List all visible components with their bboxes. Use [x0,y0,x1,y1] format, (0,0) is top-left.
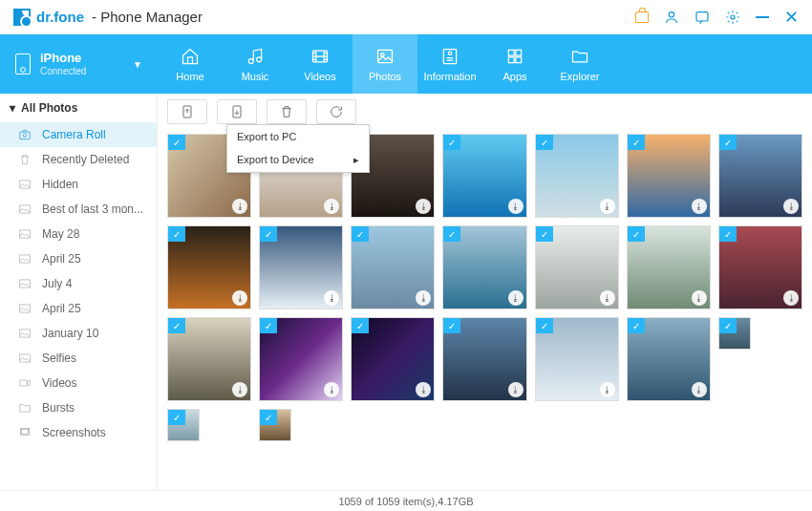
photo-thumb[interactable]: ✓⭳ [535,134,619,218]
photo-icon [17,351,32,365]
sidebar: ▾All Photos Camera Roll Recently Deleted… [0,94,158,490]
check-icon: ✓ [628,135,645,150]
delete-button[interactable] [267,99,307,124]
photo-thumb[interactable]: ✓⭳ [259,225,343,309]
check-icon: ✓ [260,226,277,242]
minimize-button[interactable] [756,16,769,18]
photo-grid[interactable]: ✓⭳ ✓⭳ ✓⭳ ✓⭳ ✓⭳ ✓⭳ ✓⭳ ✓⭳ ✓⭳ ✓⭳ ✓⭳ ✓⭳ ✓⭳ ✓… [158,130,812,490]
svg-point-3 [248,59,253,64]
sidebar-item-hidden[interactable]: Hidden [0,172,157,197]
feedback-icon[interactable] [694,10,710,25]
sidebar-item-apr25b[interactable]: April 25 [0,296,157,321]
nav-photos[interactable]: Photos [353,34,417,94]
svg-rect-19 [20,255,31,263]
sidebar-item-jan10[interactable]: January 10 [0,321,157,346]
photo-thumb[interactable]: ✓⭳ [259,317,343,401]
photo-thumb[interactable]: ✓⭳ [167,317,251,401]
sidebar-item-recently-deleted[interactable]: Recently Deleted [0,147,157,172]
photo-thumb[interactable]: ✓⭳ [535,225,619,309]
export-to-device[interactable]: Export to Device▸ [227,148,369,172]
device-selector[interactable]: iPhone Connected ▼ [0,34,158,94]
photo-thumb[interactable]: ✓⭳ [627,225,711,309]
app-subtitle: - Phone Manager [92,9,203,25]
export-to-pc[interactable]: Export to PC [227,125,369,148]
photo-thumb[interactable]: ✓⭳ [535,317,619,401]
phone-icon [15,53,31,75]
screen-icon [17,426,32,439]
check-icon: ✓ [628,226,645,242]
svg-rect-13 [516,57,522,63]
sidebar-item-camera-roll[interactable]: Camera Roll [0,122,157,147]
photo-thumb[interactable]: ✓⭳ [442,317,526,401]
check-icon: ✓ [536,318,553,333]
check-icon: ✓ [536,135,553,150]
sidebar-item-bursts[interactable]: Bursts [0,395,157,420]
svg-rect-20 [20,280,31,287]
photo-icon [17,327,32,340]
sidebar-item-selfies[interactable]: Selfies [0,346,157,371]
svg-rect-6 [378,50,393,62]
device-name: iPhone [40,51,123,66]
nav-home[interactable]: Home [158,34,223,94]
photo-icon [17,202,32,216]
svg-point-4 [257,57,262,62]
download-icon[interactable]: ⭳ [508,382,524,397]
download-icon[interactable]: ⭳ [600,199,615,214]
check-icon: ✓ [168,410,185,425]
sidebar-item-videos[interactable]: Videos [0,371,157,395]
photo-icon [17,178,32,191]
photo-thumb[interactable]: ✓⭳ [627,317,711,401]
photo-thumb[interactable]: ✓⭳ [167,225,251,309]
device-status: Connected [40,66,123,77]
close-button[interactable]: ✕ [784,9,799,26]
photo-thumb[interactable]: ✓⭳ [442,134,526,218]
svg-rect-10 [508,50,514,55]
check-icon: ✓ [719,135,737,150]
nav-explorer[interactable]: Explorer [547,34,612,94]
nav-apps[interactable]: Apps [482,34,547,94]
sidebar-item-may28[interactable]: May 28 [0,222,157,246]
sidebar-item-apr25a[interactable]: April 25 [0,246,157,271]
check-icon: ✓ [443,226,460,242]
photo-thumb[interactable]: ✓ [718,317,751,350]
settings-icon[interactable] [725,10,740,25]
photo-thumb[interactable]: ✓ [259,409,291,441]
check-icon: ✓ [260,410,277,425]
download-icon[interactable]: ⭳ [692,199,707,214]
check-icon: ✓ [352,226,369,242]
photo-thumb[interactable]: ✓ [167,409,200,441]
svg-rect-1 [696,11,708,20]
import-button[interactable] [167,99,207,124]
download-icon[interactable]: ⭳ [508,290,524,306]
svg-point-15 [23,134,27,138]
navbar: iPhone Connected ▼ Home Music Videos Pho… [0,34,812,94]
trash-icon [17,153,32,166]
photo-thumb[interactable]: ✓⭳ [718,134,802,218]
sidebar-header[interactable]: ▾All Photos [0,94,157,122]
check-icon: ✓ [260,318,277,333]
export-button[interactable] [217,99,257,124]
photo-thumb[interactable]: ✓⭳ [351,317,435,401]
photo-thumb[interactable]: ✓⭳ [718,225,802,309]
sidebar-item-best[interactable]: Best of last 3 mon... [0,197,157,222]
sidebar-item-jul4[interactable]: July 4 [0,271,157,296]
photo-thumb[interactable]: ✓⭳ [442,225,526,309]
cart-icon[interactable] [635,11,649,23]
photo-thumb[interactable]: ✓⭳ [627,134,711,218]
svg-rect-17 [20,205,31,213]
photo-thumb[interactable]: ✓⭳ [351,225,435,309]
download-icon[interactable]: ⭳ [600,290,615,306]
check-icon: ✓ [443,135,460,150]
check-icon: ✓ [443,318,460,333]
user-icon[interactable] [664,10,679,25]
status-text: 1059 of 1059 item(s),4.17GB [338,496,473,507]
app-name: dr.fone [36,9,84,25]
refresh-button[interactable] [316,99,356,124]
download-icon[interactable]: ⭳ [508,199,524,214]
sidebar-item-screenshots[interactable]: Screenshots [0,420,157,445]
check-icon: ✓ [628,318,645,333]
nav-music[interactable]: Music [223,34,288,94]
nav-videos[interactable]: Videos [288,34,353,94]
nav-information[interactable]: Information [417,34,482,94]
chevron-down-icon: ▼ [133,59,142,70]
